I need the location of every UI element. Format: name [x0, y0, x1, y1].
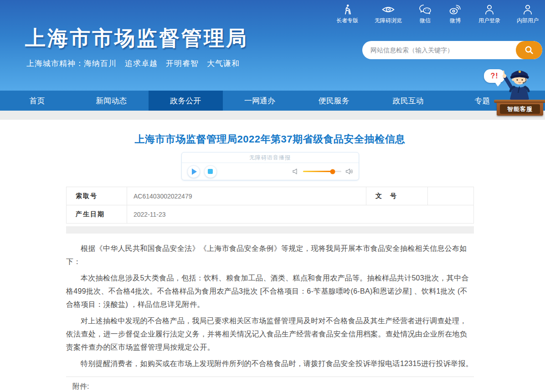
doc-number-label: 文 号	[366, 187, 428, 205]
page-title: 上海市市场监督管理局2022年第37期省级食品安全抽检信息	[66, 132, 474, 146]
site-search	[362, 41, 542, 59]
nav-item-news[interactable]: 新闻动态	[74, 91, 149, 111]
volume-handle[interactable]	[330, 169, 335, 174]
volume-high-icon	[345, 168, 353, 175]
topbar-item-user-login[interactable]: 用户登录	[478, 3, 500, 25]
weibo-icon	[448, 3, 462, 15]
article-content: 上海市市场监督管理局2022年第37期省级食品安全抽检信息 无障碍语音播报	[66, 132, 474, 392]
topbar-item-accessibility[interactable]: 无障碍浏览	[375, 3, 402, 25]
mascot-smart-service[interactable]: ?!	[481, 65, 543, 116]
topbar-item-label: 微信	[420, 17, 431, 25]
play-icon	[192, 168, 197, 175]
topbar: 长者专版 无障碍浏览	[336, 3, 539, 25]
document-meta-table: 索取号 AC61403002022479 文 号 产生日期 2022-11-23	[66, 187, 474, 224]
volume-slider[interactable]	[303, 171, 341, 172]
article-body: 根据《中华人民共和国食品安全法》《上海市食品安全条例》等规定，现将我局开展本市食…	[66, 242, 474, 370]
user-login-icon	[483, 3, 495, 15]
internal-user-icon	[522, 3, 534, 15]
stop-button[interactable]	[204, 165, 217, 178]
paragraph: 对上述抽检中发现的不合格产品，我局已要求相关区市场监督管理局及时对不合格食品及其…	[66, 314, 474, 354]
audio-player: 无障碍语音播报	[181, 152, 359, 180]
issue-date-label: 产生日期	[67, 205, 127, 224]
nav-item-one-stop[interactable]: 一网通办	[223, 91, 297, 111]
audio-player-title: 无障碍语音播报	[182, 153, 359, 163]
main-nav: 首页 新闻动态 政务公开 一网通办 便民服务 政民互动 专题	[0, 91, 545, 111]
volume-fill	[303, 171, 333, 172]
paragraph: 根据《中华人民共和国食品安全法》《上海市食品安全条例》等规定，现将我局开展本市食…	[66, 242, 474, 268]
nav-item-gov-info[interactable]: 政务公开	[149, 91, 223, 111]
nav-item-interaction[interactable]: 政民互动	[371, 91, 445, 111]
mascot-podium-label: 智能客服	[500, 104, 540, 114]
search-icon	[524, 45, 535, 56]
topbar-item-weibo[interactable]: 微博	[448, 3, 462, 25]
index-number-value: AC61403002022479	[127, 187, 366, 205]
issue-date-value: 2022-11-23	[127, 205, 474, 224]
attachment-label: 附件:	[72, 382, 474, 392]
nav-sub-strip	[0, 111, 545, 120]
index-number-label: 索取号	[67, 187, 127, 205]
separator-band	[66, 226, 474, 234]
audio-player-controls	[182, 163, 359, 180]
topbar-item-label: 内部用户	[517, 17, 539, 25]
attachment-divider	[66, 377, 474, 377]
search-input[interactable]	[362, 46, 516, 54]
city-spirit-slogan: 上海城市精神：海纳百川 追求卓越 开明睿智 大气谦和	[26, 58, 240, 69]
topbar-item-wechat[interactable]: 微信	[418, 3, 432, 25]
mascot-podium: 智能客服	[497, 102, 543, 116]
topbar-item-label: 无障碍浏览	[375, 17, 402, 25]
topbar-item-label: 长者专版	[336, 17, 358, 25]
table-row: 索取号 AC61403002022479 文 号	[67, 187, 474, 205]
play-button[interactable]	[187, 165, 200, 178]
wechat-icon	[418, 3, 432, 15]
elderly-icon	[341, 3, 353, 15]
stop-icon	[208, 169, 213, 174]
nav-item-services[interactable]: 便民服务	[297, 91, 371, 111]
paragraph: 本次抽检信息涉及5大类食品，包括：饮料、粮食加工品、酒类、糕点和食用农产品等。抽…	[66, 271, 474, 311]
paragraph: 特别提醒消费者，如购买或在市场上发现附件所列的不合格食品时，请拨打食品安全投诉举…	[66, 357, 474, 370]
topbar-item-internal-user[interactable]: 内部用户	[517, 3, 539, 25]
topbar-item-label: 用户登录	[478, 17, 500, 25]
site-header: 长者专版 无障碍浏览	[0, 0, 545, 91]
topbar-item-label: 微博	[450, 17, 461, 25]
search-button[interactable]	[516, 41, 542, 59]
nav-item-home[interactable]: 首页	[0, 91, 74, 111]
topbar-item-elderly[interactable]: 长者专版	[336, 3, 358, 25]
doc-number-value	[428, 187, 474, 205]
volume-low-icon	[292, 168, 299, 175]
volume-control	[292, 168, 353, 175]
table-row: 产生日期 2022-11-23	[67, 205, 474, 224]
page: 长者专版 无障碍浏览	[0, 0, 545, 392]
site-title: 上海市市场监督管理局	[25, 25, 248, 52]
accessibility-eye-icon	[381, 3, 395, 15]
